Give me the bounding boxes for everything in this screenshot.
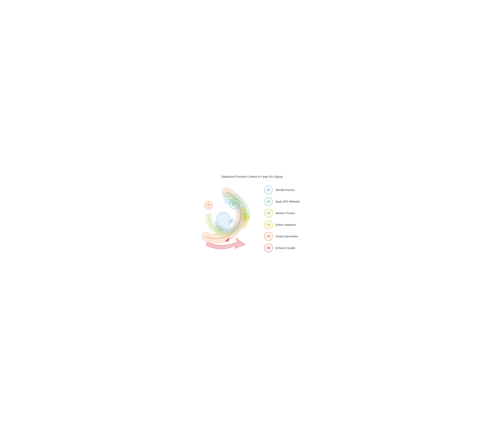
legend-label-5: Timely Intervention xyxy=(276,235,298,238)
legend-circle-3: 03 xyxy=(264,209,273,218)
svg-point-13 xyxy=(216,226,224,234)
legend-label-4: Detect Variations xyxy=(276,223,296,226)
legend-label-1: Identify Process xyxy=(276,188,295,192)
legend-item-6: 06Enhance Quality xyxy=(264,244,310,252)
svg-point-34 xyxy=(229,238,230,239)
legend-item-5: 05Timely Intervention xyxy=(264,232,310,241)
legend-circle-5: 05 xyxy=(264,232,273,241)
svg-point-7 xyxy=(229,199,240,209)
legend-list: 01Identify Process02Apply SPC Methods03M… xyxy=(264,186,310,252)
legend-label-3: Monitor Process xyxy=(276,212,295,215)
legend-item-1: 01Identify Process xyxy=(264,186,310,194)
legend-circle-1: 01 xyxy=(264,186,273,194)
legend-label-6: Enhance Quality xyxy=(276,246,295,250)
spiral-diagram xyxy=(194,184,259,254)
legend-item-4: 04Detect Variations xyxy=(264,220,310,229)
svg-point-18 xyxy=(241,214,249,222)
legend-item-3: 03Monitor Process xyxy=(264,209,310,218)
page-container: Statistical Process Control in Lean Six … xyxy=(191,170,313,259)
legend-item-2: 02Apply SPC Methods xyxy=(264,197,310,206)
content-area: 01Identify Process02Apply SPC Methods03M… xyxy=(194,184,310,254)
legend-label-2: Apply SPC Methods xyxy=(276,200,300,203)
legend-circle-2: 02 xyxy=(264,197,273,206)
legend-circle-6: 06 xyxy=(264,244,273,252)
svg-rect-33 xyxy=(228,238,229,242)
page-title: Statistical Process Control in Lean Six … xyxy=(194,175,310,178)
legend-circle-4: 04 xyxy=(264,220,273,229)
